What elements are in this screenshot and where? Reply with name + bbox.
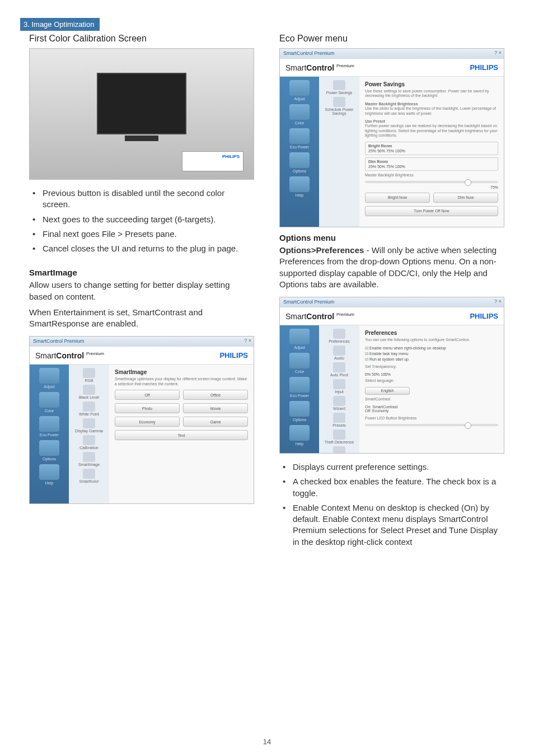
smartcontrol-logo: SmartControl Premium xyxy=(285,312,354,321)
panel-title: Power Savings xyxy=(365,81,498,87)
bright-room-fieldset: Bright Room 25% 50% 75% 100% xyxy=(365,142,498,155)
philips-logo: PHILIPS xyxy=(219,351,248,360)
philips-logo: PHILIPS xyxy=(222,154,240,159)
smartcontrast-label: SmartContrast xyxy=(365,397,498,402)
bullet-item: Cancel closes the UI and returns to the … xyxy=(29,243,254,254)
subnav-smartimage[interactable]: SmartImage xyxy=(78,452,100,466)
page-number: 14 xyxy=(263,738,271,746)
transparency-radios[interactable]: 0% 50% 100% xyxy=(365,372,498,376)
window-titlebar: SmartControl Premium ? × xyxy=(30,337,254,347)
bullet-item: Previous button is disabled until the se… xyxy=(29,188,254,211)
subnav-presets[interactable]: Presets xyxy=(332,413,346,427)
philips-logo: PHILIPS xyxy=(470,312,498,320)
subnav-theft[interactable]: Theft Deterrence xyxy=(325,430,354,444)
nav-ecopower[interactable]: Eco Power xyxy=(284,128,315,149)
eco-power-title: Eco Power menu xyxy=(277,34,507,44)
nav-adjust[interactable]: Adjust xyxy=(284,329,315,349)
chk-tasktray[interactable]: Enable task tray menu xyxy=(365,351,498,357)
first-calib-title: First Color Calibration Screen xyxy=(27,34,256,44)
brand-row: SmartControl Premium PHILIPS xyxy=(280,307,504,325)
calib-bullets: Previous button is disabled until the se… xyxy=(27,185,256,262)
window-titlebar: SmartControl Premium ? × xyxy=(280,297,504,307)
power-off-button[interactable]: Turn Power Off Now xyxy=(365,206,498,216)
dim-now-button[interactable]: Dim Now xyxy=(433,193,498,203)
subnav-rgb[interactable]: RGB xyxy=(83,368,95,382)
nav-color[interactable]: Color xyxy=(284,353,315,374)
brand-mid: Control xyxy=(306,312,334,321)
nav-options[interactable]: Options xyxy=(284,401,315,422)
brand-mid: Control xyxy=(56,351,84,360)
subnav-input[interactable]: Input xyxy=(333,379,345,394)
nav-options[interactable]: Options xyxy=(284,152,315,173)
window-title: SmartControl Premium xyxy=(283,50,335,56)
subnav-whitepoint[interactable]: White Point xyxy=(79,402,99,416)
mode-office-button[interactable]: Office xyxy=(183,390,248,400)
nav-adjust[interactable]: Adjust xyxy=(34,368,64,389)
sub-nav: RGB Black Level White Point Display Gamm… xyxy=(69,365,109,503)
calibration-screenshot: PHILIPS xyxy=(29,48,254,180)
mode-game-button[interactable]: Game xyxy=(183,417,248,427)
language-label: Select language: xyxy=(365,379,498,383)
nav-ecopower[interactable]: Eco Power xyxy=(284,377,315,398)
preferences-screenshot: SmartControl Premium ? × SmartControl Pr… xyxy=(279,297,504,454)
dim-room-legend: Dim Room xyxy=(368,160,495,164)
subnav-gamma[interactable]: Display Gamma xyxy=(75,418,103,433)
sc-on-radio[interactable]: On: SmartContrast xyxy=(365,405,498,409)
chk-startup[interactable]: Run at system start up xyxy=(365,357,498,362)
bullet-item: Enable Context Menu on desktop is checke… xyxy=(279,502,504,548)
close-icon[interactable]: ? × xyxy=(494,50,502,55)
subnav-powersavings[interactable]: Power Savings xyxy=(326,80,353,95)
transparency-label: Set Transparency: xyxy=(365,365,498,369)
brand-sup: Premium xyxy=(336,63,354,68)
bright-now-button[interactable]: Bright Now xyxy=(365,193,430,203)
nav-ecopower[interactable]: Eco Power xyxy=(34,416,64,437)
nav-color[interactable]: Color xyxy=(284,104,315,125)
calib-dialog: PHILIPS xyxy=(182,151,243,171)
subnav-calibration[interactable]: Calibration xyxy=(79,435,98,450)
close-icon[interactable]: ? × xyxy=(244,338,251,343)
master-slider[interactable] xyxy=(365,181,498,183)
nav-help[interactable]: Help xyxy=(284,425,315,446)
subnav-autopivot[interactable]: Auto Pivot xyxy=(330,362,348,377)
mode-text-button[interactable]: Text xyxy=(115,430,248,440)
window-title: SmartControl Premium xyxy=(33,338,85,344)
panel-desc: You can use the following options to con… xyxy=(365,338,498,342)
panel-title: SmartImage xyxy=(115,369,248,375)
subnav-smartkolor[interactable]: SmartKolor xyxy=(79,469,99,483)
bullet-item: Next goes to the succeeding target (6-ta… xyxy=(29,214,254,225)
chapter-header: 3. Image Optimization xyxy=(20,18,100,31)
sub-nav: Preferences Audio Auto Pivot Input Wizar… xyxy=(319,325,359,453)
bright-room-radios[interactable]: 25% 50% 75% 100% xyxy=(368,149,495,153)
mode-photo-button[interactable]: Photo xyxy=(115,403,180,413)
subnav-preferences[interactable]: Preferences xyxy=(329,329,350,343)
language-select[interactable]: English xyxy=(365,387,410,395)
mode-off-button[interactable]: Off xyxy=(115,390,180,400)
subnav-schedule[interactable]: Schedule Power Savings xyxy=(319,97,359,115)
mode-economy-button[interactable]: Economy xyxy=(115,417,180,427)
brand-sup: Premium xyxy=(336,312,354,317)
mode-movie-button[interactable]: Movie xyxy=(183,403,248,413)
nav-adjust[interactable]: Adjust xyxy=(284,80,315,101)
sc-off-radio[interactable]: Off: Economy xyxy=(365,409,498,413)
nav-help[interactable]: Help xyxy=(284,176,315,197)
dim-room-radios[interactable]: 25% 50% 75% 100% xyxy=(368,165,495,169)
nav-help[interactable]: Help xyxy=(34,464,64,485)
subnav-audio[interactable]: Audio xyxy=(333,346,345,360)
nav-options[interactable]: Options xyxy=(34,440,64,461)
close-icon[interactable]: ? × xyxy=(494,298,502,304)
subnav-blacklevel[interactable]: Black Level xyxy=(79,385,99,399)
smartimage-heading: SmartImage xyxy=(29,268,256,277)
subnav-smartdesktop[interactable]: SmartDesktop xyxy=(327,446,352,454)
nav-color[interactable]: Color xyxy=(34,392,64,413)
led-slider[interactable] xyxy=(365,424,498,426)
desc3: Use PresetFurther power savings can be r… xyxy=(365,119,498,138)
subnav-wizard[interactable]: Wizard xyxy=(333,396,345,410)
smartcontrol-logo: SmartControl Premium xyxy=(285,63,354,72)
content-panel: Power Savings Use these settings to save… xyxy=(359,77,504,227)
options-para: Options>Preferences - Will only be activ… xyxy=(277,245,507,295)
main-nav: Adjust Color Eco Power Options Help xyxy=(280,325,319,453)
master-slider-label: Master Backlight Brightness xyxy=(365,173,498,178)
panel-desc: SmartImage optimizes your display for di… xyxy=(115,377,248,386)
chk-context-menu[interactable]: Enable menu when right-clicking on deskt… xyxy=(365,346,498,351)
master-value: 75% xyxy=(365,185,498,189)
